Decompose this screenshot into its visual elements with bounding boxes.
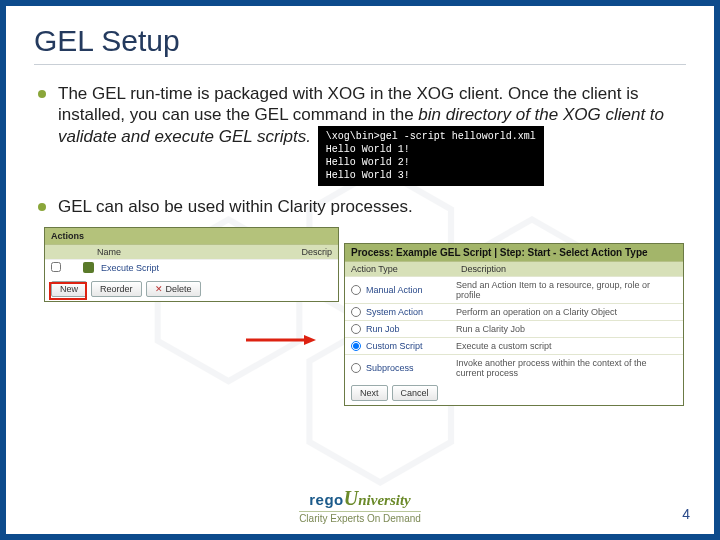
delete-icon: ✕ — [155, 284, 163, 294]
script-icon — [83, 262, 94, 273]
action-type-columns: Action Type Description — [345, 261, 683, 276]
terminal-output: \xog\bin>gel -script helloworld.xml Hell… — [318, 126, 544, 186]
radio-custom[interactable] — [351, 341, 361, 351]
actions-header: Actions — [45, 228, 338, 244]
logo-U: U — [344, 487, 358, 509]
row-desc: Invoke another process within the contex… — [456, 358, 677, 378]
radio-system[interactable] — [351, 307, 361, 317]
bullet-2: GEL can also be used within Clarity proc… — [34, 196, 686, 217]
row-label: Subprocess — [366, 363, 451, 373]
logo: regoUniversity Clarity Experts On Demand — [299, 487, 421, 524]
row-checkbox[interactable] — [51, 262, 61, 272]
col-description: Description — [461, 264, 506, 274]
process-header: Process: Example GEL Script | Step: Star… — [345, 244, 683, 261]
action-type-row[interactable]: System Action Perform an operation on a … — [345, 303, 683, 320]
page-number: 4 — [682, 506, 690, 522]
row-desc: Run a Clarity Job — [456, 324, 525, 334]
col-name: Name — [97, 247, 301, 257]
actions-columns: Name Descrip — [45, 244, 338, 259]
row-label: System Action — [366, 307, 451, 317]
logo-uni: niversity — [358, 492, 411, 508]
slide-title: GEL Setup — [34, 24, 686, 65]
bullet-1: The GEL run-time is packaged with XOG in… — [34, 83, 686, 186]
col-desc: Descrip — [301, 247, 332, 257]
radio-manual[interactable] — [351, 285, 361, 295]
action-type-row[interactable]: Subprocess Invoke another process within… — [345, 354, 683, 381]
row-label: Execute Script — [101, 263, 159, 273]
action-type-row[interactable]: Manual Action Send an Action Item to a r… — [345, 276, 683, 303]
reorder-button[interactable]: Reorder — [91, 281, 142, 297]
next-button[interactable]: Next — [351, 385, 388, 401]
radio-runjob[interactable] — [351, 324, 361, 334]
list-item[interactable]: Execute Script — [45, 259, 338, 277]
logo-rego: rego — [309, 491, 344, 508]
actions-panel: Actions Name Descrip Execute Script New … — [44, 227, 339, 302]
row-label: Run Job — [366, 324, 451, 334]
new-button[interactable]: New — [51, 281, 87, 297]
footer: regoUniversity Clarity Experts On Demand — [6, 487, 714, 524]
cancel-button[interactable]: Cancel — [392, 385, 438, 401]
delete-label: Delete — [166, 284, 192, 294]
action-type-panel: Process: Example GEL Script | Step: Star… — [344, 243, 684, 406]
row-desc: Execute a custom script — [456, 341, 552, 351]
row-label: Custom Script — [366, 341, 451, 351]
arrow-indicator — [246, 333, 316, 347]
row-label: Manual Action — [366, 285, 451, 295]
svg-marker-5 — [304, 335, 316, 345]
row-desc: Perform an operation on a Clarity Object — [456, 307, 617, 317]
col-action-type: Action Type — [351, 264, 461, 274]
row-desc: Send an Action Item to a resource, group… — [456, 280, 677, 300]
radio-subprocess[interactable] — [351, 363, 361, 373]
logo-tagline: Clarity Experts On Demand — [299, 511, 421, 524]
delete-button[interactable]: ✕ Delete — [146, 281, 201, 297]
action-type-row[interactable]: Custom Script Execute a custom script — [345, 337, 683, 354]
action-type-row[interactable]: Run Job Run a Clarity Job — [345, 320, 683, 337]
